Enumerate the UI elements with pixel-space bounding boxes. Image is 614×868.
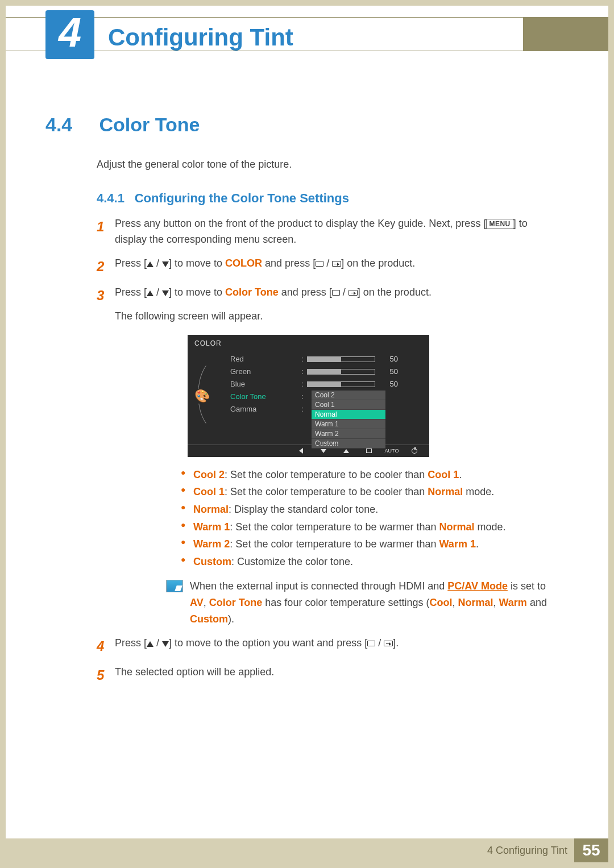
- step-3: 3 Press [ / ] to move to Color Tone and …: [97, 285, 557, 325]
- list-item: ●Custom: Customize the color tone.: [181, 553, 557, 571]
- list-item: ●Normal: Display the standard color tone…: [181, 501, 557, 518]
- note-block: When the external input is connected thr…: [166, 578, 557, 627]
- step-number: 1: [97, 216, 115, 248]
- step-number: 2: [97, 256, 115, 277]
- osd-values: 50 50 50: [307, 353, 398, 391]
- step-number: 4: [97, 636, 115, 657]
- enter-icon: [332, 261, 341, 267]
- step-text: Press [: [115, 637, 147, 649]
- footer-page-number: 55: [574, 838, 608, 862]
- osd-bottom-bar: AUTO: [188, 445, 429, 457]
- osd-power-icon: [403, 445, 426, 456]
- subsection-heading: 4.4.1 Configuring the Color Tone Setting…: [97, 191, 557, 206]
- chapter-number: 4: [59, 12, 81, 53]
- section-title: Color Tone: [99, 114, 200, 136]
- step-1: 1 Press any button on the front of the p…: [97, 216, 557, 248]
- osd-selected-label: Color Tone: [230, 391, 266, 403]
- down-arrow-icon: [162, 641, 169, 647]
- step-text: ] on the product.: [358, 286, 432, 298]
- subsection-title: Configuring the Color Tone Settings: [135, 191, 349, 205]
- step-text: ] on the product.: [341, 258, 415, 269]
- osd-left-icon: [289, 445, 312, 456]
- step-text: and press [: [262, 258, 316, 269]
- step-text: ] to move to the option you want and pre…: [169, 637, 367, 649]
- section-number: 4.4: [45, 114, 97, 136]
- step-text: The selected option will be applied.: [115, 665, 557, 686]
- step-text: ] to move to: [169, 286, 225, 298]
- list-item: ●Warm 2: Set the color temperature to be…: [181, 535, 557, 553]
- step-text: and press [: [279, 286, 332, 298]
- enter-icon: [349, 290, 358, 296]
- section-heading: 4.4 Color Tone: [45, 114, 557, 136]
- source-icon: [367, 641, 375, 646]
- step-number: 3: [97, 285, 115, 325]
- chapter-badge: 4: [45, 10, 94, 59]
- down-arrow-icon: [162, 290, 169, 296]
- slider: [307, 356, 375, 362]
- osd-up-icon: [335, 445, 358, 456]
- osd-option: Warm 1: [312, 420, 385, 429]
- subsection-number: 4.4.1: [97, 191, 125, 205]
- step-2: 2 Press [ / ] to move to COLOR and press…: [97, 256, 557, 277]
- osd-value: 50: [381, 378, 398, 391]
- osd-label: Red: [230, 353, 266, 366]
- list-item: ●Cool 2: Set the color temperature to be…: [181, 466, 557, 484]
- step-text: ].: [393, 637, 399, 649]
- osd-preview: COLOR 🎨 Red Green Blue Color Tone Gamma …: [188, 335, 429, 457]
- osd-label: Green: [230, 366, 266, 378]
- osd-value: 50: [381, 353, 398, 366]
- list-item: ●Cool 1: Set the color temperature to be…: [181, 483, 557, 501]
- osd-options: Cool 2 Cool 1 Normal Warm 1 Warm 2 Custo…: [312, 391, 385, 448]
- osd-down-icon: [312, 445, 335, 456]
- note-icon: [166, 580, 183, 592]
- step-number: 5: [97, 665, 115, 686]
- step-text: Press any button on the front of the pro…: [115, 218, 486, 229]
- footer-text: 4 Configuring Tint: [487, 845, 567, 857]
- osd-enter-icon: [358, 445, 380, 456]
- footer: 4 Configuring Tint 55: [6, 838, 608, 862]
- intro-text: Adjust the general color tone of the pic…: [97, 159, 557, 171]
- slider: [307, 369, 375, 375]
- osd-auto-label: AUTO: [380, 445, 403, 456]
- down-arrow-icon: [162, 261, 169, 267]
- source-icon: [316, 261, 323, 267]
- osd-value: 50: [381, 366, 398, 378]
- menu-icon: MENU: [486, 219, 513, 229]
- enter-icon: [384, 641, 393, 646]
- note-text: When the external input is connected thr…: [190, 580, 447, 592]
- option-descriptions: ●Cool 2: Set the color temperature to be…: [181, 466, 557, 571]
- up-arrow-icon: [147, 261, 154, 267]
- osd-option: Cool 2: [312, 391, 385, 400]
- osd-title: COLOR: [194, 339, 222, 347]
- note-link: PC/AV Mode: [447, 580, 508, 592]
- up-arrow-icon: [147, 290, 154, 296]
- step-text: Press [: [115, 258, 147, 269]
- osd-option: Warm 2: [312, 429, 385, 439]
- step-4: 4 Press [ / ] to move to the option you …: [97, 636, 557, 657]
- up-arrow-icon: [147, 641, 154, 647]
- step-5: 5 The selected option will be applied.: [97, 665, 557, 686]
- step-text: The following screen will appear.: [115, 309, 557, 325]
- osd-option-selected: Normal: [312, 410, 385, 420]
- step-text: Press [: [115, 286, 147, 298]
- slider: [307, 381, 375, 387]
- color-keyword: COLOR: [225, 258, 262, 269]
- osd-label: Blue: [230, 378, 266, 391]
- page-title: Configuring Tint: [108, 24, 293, 51]
- palette-icon: 🎨: [192, 389, 211, 404]
- colortone-keyword: Color Tone: [225, 286, 279, 298]
- source-icon: [332, 290, 340, 296]
- osd-labels: Red Green Blue Color Tone Gamma: [230, 353, 266, 416]
- step-text: ] to move to: [169, 258, 225, 269]
- list-item: ●Warm 1: Set the color temperature to be…: [181, 518, 557, 536]
- osd-label: Gamma: [230, 403, 266, 416]
- osd-option: Cool 1: [312, 400, 385, 410]
